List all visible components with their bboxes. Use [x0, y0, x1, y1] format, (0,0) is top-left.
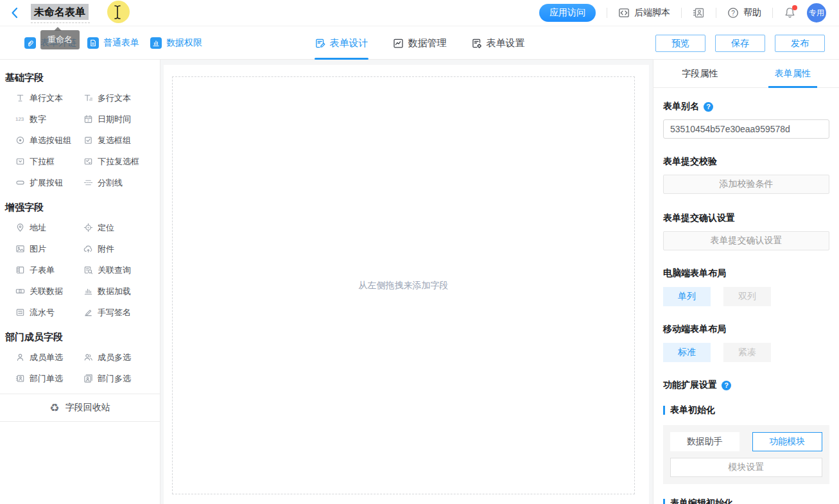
recycle-label: 字段回收站 — [65, 402, 110, 413]
extension-help-icon[interactable]: ? — [722, 381, 731, 390]
save-button[interactable]: 保存 — [715, 35, 765, 52]
field-item-multi-line-text[interactable]: 多行文本 — [83, 87, 151, 109]
field-item-dropdown[interactable]: 下拉框 — [15, 151, 83, 172]
tab-field-properties[interactable]: 字段属性 — [653, 60, 747, 87]
app-access-button[interactable]: 应用访问 — [539, 4, 596, 22]
add-validation-button[interactable]: 添加校验条件 — [663, 175, 829, 194]
normal-form-button[interactable]: 普通表单 — [87, 37, 139, 49]
field-item-divider-line[interactable]: 分割线 — [83, 172, 151, 193]
tab-form-properties[interactable]: 表单属性 — [747, 60, 839, 87]
form-settings-icon — [471, 38, 482, 49]
field-item-checkbox-group[interactable]: 复选框组 — [83, 130, 151, 151]
mobile-layout-compact-option[interactable]: 紧凑 — [723, 343, 771, 362]
multi-line-text-icon — [83, 93, 93, 103]
toolbar-actions: 预览 保存 发布 — [655, 35, 825, 52]
field-recycle-bin[interactable]: ♻ 字段回收站 — [0, 394, 160, 422]
form-alias-label: 表单别名 — [663, 101, 699, 112]
data-permission-button[interactable]: 数据权限 — [150, 37, 202, 49]
field-item-single-line-text[interactable]: 单行文本 — [15, 87, 83, 109]
field-item-number[interactable]: 123 数字 — [15, 109, 83, 130]
section-enhanced-fields: 增强字段 — [5, 202, 160, 214]
topbar-right-group: 应用访问 后端脚本 ? 帮助 专用 — [539, 0, 826, 26]
field-item-linked-data[interactable]: 关联数据 — [15, 281, 83, 302]
submit-confirm-button[interactable]: 表单提交确认设置 — [663, 231, 829, 250]
preview-button[interactable]: 预览 — [655, 35, 705, 52]
field-item-serial-number[interactable]: 流水号 — [15, 302, 83, 323]
separator — [716, 8, 716, 18]
radio-icon — [15, 135, 25, 145]
enhanced-fields-grid: 地址 定位 图片 附件 子表单 关联查询 关联数据 数据加载 — [0, 217, 160, 323]
pc-layout-toggle: 单列 双列 — [663, 287, 829, 306]
section-dept-member-fields: 部门成员字段 — [5, 331, 160, 343]
function-module-option[interactable]: 功能模块 — [752, 432, 823, 451]
question-circle-icon: ? — [727, 7, 739, 19]
text-cursor-icon — [113, 4, 122, 20]
form-init-label: 表单初始化 — [663, 404, 829, 416]
notification-bell-icon[interactable] — [784, 6, 796, 19]
field-item-linked-query[interactable]: 关联查询 — [83, 259, 151, 281]
field-item-dropdown-multiselect[interactable]: 下拉复选框 — [83, 151, 151, 172]
form-title-editor[interactable]: 未命名表单 — [31, 4, 89, 20]
checkbox-icon — [83, 135, 93, 145]
field-item-dept-multi[interactable]: 部门多选 — [83, 368, 151, 389]
backend-script-button[interactable]: 后端脚本 — [618, 7, 670, 19]
form-title[interactable]: 未命名表单 — [31, 4, 89, 20]
tab-data-manage[interactable]: 数据管理 — [393, 26, 447, 60]
dept-fields-grid: 成员单选 成员多选 部门单选 部门多选 — [0, 347, 160, 389]
person-icon — [15, 352, 25, 362]
form-canvas-area: 从左侧拖拽来添加字段 — [160, 60, 653, 504]
field-item-attachment[interactable]: 附件 — [83, 238, 151, 259]
publish-button[interactable]: 发布 — [775, 35, 825, 52]
mobile-layout-label: 移动端表单布局 — [663, 324, 829, 335]
form-alias-input[interactable] — [663, 119, 829, 139]
field-item-image[interactable]: 图片 — [15, 238, 83, 259]
people-icon — [83, 352, 93, 362]
pc-layout-label: 电脑端表单布局 — [663, 268, 829, 279]
backend-script-label: 后端脚本 — [634, 7, 670, 19]
field-item-radio-group[interactable]: 单选按钮组 — [15, 130, 83, 151]
tab-form-settings[interactable]: 表单设置 — [471, 26, 525, 60]
mobile-layout-standard-option[interactable]: 标准 — [663, 343, 711, 362]
subform-icon — [15, 265, 25, 275]
tab-data-manage-label: 数据管理 — [408, 37, 447, 49]
pc-layout-single-option[interactable]: 单列 — [663, 287, 711, 306]
pc-layout-double-option[interactable]: 双列 — [723, 287, 771, 306]
form-properties-content: 表单别名 ? 表单提交校验 添加校验条件 表单提交确认设置 表单提交确认设置 电… — [653, 101, 839, 504]
field-item-data-load[interactable]: 数据加载 — [83, 281, 151, 302]
contacts-icon[interactable] — [693, 7, 705, 19]
alias-help-icon[interactable]: ? — [704, 102, 713, 112]
linked-query-icon — [83, 265, 93, 275]
back-icon[interactable] — [9, 6, 21, 19]
data-load-icon — [83, 286, 93, 296]
data-helper-option[interactable]: 数据助手 — [670, 432, 740, 451]
field-item-datetime[interactable]: 7 日期时间 — [83, 109, 151, 130]
extension-settings-label: 功能扩展设置 — [663, 379, 717, 391]
field-item-extend-button[interactable]: 扩展按钮 — [15, 172, 83, 193]
field-library-sidebar: 基础字段 单行文本 多行文本 123 数字 7 日期时间 单选按钮组 复选框组 … — [0, 60, 160, 504]
map-pin-icon — [15, 223, 25, 232]
field-item-member-multi[interactable]: 成员多选 — [83, 347, 151, 368]
field-dropzone[interactable]: 从左侧拖拽来添加字段 — [172, 76, 635, 494]
tab-form-settings-label: 表单设置 — [487, 37, 525, 49]
dept-icon — [15, 374, 25, 383]
submit-validation-label: 表单提交校验 — [663, 156, 829, 168]
svg-text:123: 123 — [15, 116, 24, 122]
field-item-signature[interactable]: 手写签名 — [83, 302, 151, 323]
module-settings-button[interactable]: 模块设置 — [670, 458, 822, 477]
field-item-member-single[interactable]: 成员单选 — [15, 347, 83, 368]
dropzone-placeholder: 从左侧拖拽来添加字段 — [359, 280, 449, 291]
svg-text:7: 7 — [87, 119, 89, 123]
field-item-dept-single[interactable]: 部门单选 — [15, 368, 83, 389]
basic-fields-grid: 单行文本 多行文本 123 数字 7 日期时间 单选按钮组 复选框组 下拉框 下… — [0, 87, 160, 193]
field-item-location[interactable]: 定位 — [83, 217, 151, 238]
field-item-address[interactable]: 地址 — [15, 217, 83, 238]
tab-form-design[interactable]: 表单设计 — [315, 26, 368, 60]
avatar[interactable]: 专用 — [807, 3, 826, 22]
number-icon: 123 — [15, 114, 25, 124]
help-button[interactable]: ? 帮助 — [727, 7, 761, 19]
properties-tabs: 字段属性 表单属性 — [653, 60, 839, 88]
document-icon — [87, 37, 99, 49]
code-icon — [618, 7, 630, 19]
field-item-subform[interactable]: 子表单 — [15, 259, 83, 281]
form-init-options: 数据助手 功能模块 — [670, 432, 822, 451]
